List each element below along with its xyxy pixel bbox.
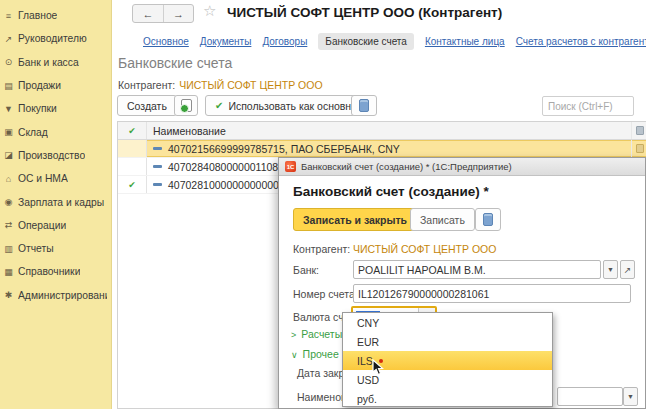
name-column-header[interactable]: Наименование <box>147 122 632 139</box>
account-number-input[interactable] <box>353 284 631 303</box>
sidebar-item-production[interactable]: ◪Производство <box>0 144 111 167</box>
sidebar-item-bank-cash[interactable]: ⊙Банк и касса <box>0 51 111 74</box>
currency-option-eur[interactable]: EUR <box>343 332 552 351</box>
account-name-dropdown-button[interactable]: ▼ <box>623 387 638 406</box>
tab-contracts[interactable]: Договоры <box>262 36 307 47</box>
dialog-more-button[interactable] <box>475 208 501 231</box>
create-button[interactable]: Создать <box>117 95 177 116</box>
currency-option-rub[interactable]: руб. <box>343 389 552 408</box>
sales-bag-icon: ▤ <box>2 81 15 91</box>
sidebar-item-salary-hr[interactable]: ◉Зарплата и кадры <box>0 190 111 213</box>
menu-icon: ≡ <box>2 11 15 21</box>
card-icon <box>359 99 369 112</box>
sidebar-item-warehouse[interactable]: ▣Склад <box>0 120 111 143</box>
sidebar-item-sales[interactable]: ▤Продажи <box>0 74 111 97</box>
account-number-label: Номер счета: <box>293 288 358 300</box>
favorite-star-icon[interactable]: ☆ <box>203 2 216 20</box>
currency-option-cny[interactable]: CNY <box>343 313 552 332</box>
contractor-link[interactable]: ЧИСТЫЙ СОФТ ЦЕНТР ООО <box>179 79 322 91</box>
account-dash-icon <box>153 147 162 150</box>
sidebar-item-administration[interactable]: ✱Администрирование <box>0 284 111 307</box>
bank-input[interactable] <box>353 260 601 279</box>
tab-main[interactable]: Основное <box>143 36 189 47</box>
main-flag-cell: ✔ <box>118 176 147 193</box>
dialog-title: Банковский счет (создание) * <box>293 184 489 199</box>
account-name-cell: 40702156699999785715, ПАО СБЕРБАНК, CNY <box>147 140 632 157</box>
card-icon <box>483 213 493 226</box>
save-button[interactable]: Записать <box>410 208 475 231</box>
main-flag-cell <box>118 158 147 175</box>
gear-icon: ✱ <box>2 290 15 300</box>
sidebar: ≡Главное ↗Руководителю ⊙Банк и касса ▤Пр… <box>0 0 112 409</box>
dialog-contractor-link[interactable]: ЧИСТЫЙ СОФТ ЦЕНТР ООО <box>353 243 496 255</box>
account-dash-icon <box>153 183 162 186</box>
person-icon: ◉ <box>2 197 15 207</box>
object-tabs: Основное Документы Договоры Банковские с… <box>143 33 642 50</box>
bank-dropdown-button[interactable]: ▼ <box>603 260 618 279</box>
use-as-main-button[interactable]: ✔ Использовать как основной <box>205 95 373 116</box>
book-icon: ▦ <box>2 267 15 277</box>
sidebar-item-directories[interactable]: ▦Справочники <box>0 260 111 283</box>
sidebar-item-operations[interactable]: ⇄Операции <box>0 214 111 237</box>
contractor-line: Контрагент:ЧИСТЫЙ СОФТ ЦЕНТР ООО <box>118 79 323 91</box>
list-title: Банковские счета <box>118 55 232 71</box>
building-icon: ⌂ <box>2 174 15 184</box>
back-button[interactable]: ← <box>133 5 163 22</box>
dialog-titlebar[interactable]: 1С Банковский счет (создание) * (1С:Пред… <box>279 158 645 176</box>
tab-settlement-accounts[interactable]: Счета расчетов с контрагентами <box>516 36 646 47</box>
sidebar-item-reports[interactable]: ▥Отчеты <box>0 237 111 260</box>
1c-app-icon: 1С <box>285 161 296 172</box>
other-group-toggle[interactable]: ∨Прочее <box>291 348 339 360</box>
copy-document-icon <box>181 99 192 112</box>
check-icon: ✔ <box>215 100 223 111</box>
coin-icon: ⊙ <box>2 57 15 67</box>
table-header-row: ✔ Наименование <box>118 122 646 140</box>
production-icon: ◪ <box>2 150 15 160</box>
bank-mini-icon <box>636 144 644 153</box>
chart-icon: ▥ <box>2 244 15 254</box>
sidebar-item-fixed-assets[interactable]: ⌂ОС и НМА <box>0 167 111 190</box>
dialog-titlebar-text: Банковский счет (создание) * (1С:Предпри… <box>301 161 512 172</box>
table-row[interactable]: 40702156699999785715, ПАО СБЕРБАНК, CNY <box>118 140 646 158</box>
mouse-cursor <box>372 359 386 376</box>
bank-mini-icon <box>636 126 644 135</box>
account-name-input[interactable] <box>557 387 623 406</box>
cart-icon: ▼ <box>2 104 15 114</box>
tab-bank-accounts[interactable]: Банковские счета <box>318 33 414 50</box>
operations-icon: ⇄ <box>2 220 15 230</box>
page-header-title: ЧИСТЫЙ СОФТ ЦЕНТР ООО (Контрагент) <box>227 5 502 20</box>
account-dash-icon <box>153 165 162 168</box>
tab-documents[interactable]: Документы <box>200 36 252 47</box>
save-and-close-button[interactable]: Записать и закрыть <box>293 208 417 231</box>
tab-contacts[interactable]: Контактные лица <box>425 36 505 47</box>
chevron-right-icon: > <box>291 330 296 340</box>
history-nav: ← → <box>132 4 194 23</box>
bank-column-header[interactable] <box>632 122 646 139</box>
bank-open-link-button[interactable]: ↗ <box>620 260 635 279</box>
search-input[interactable] <box>542 96 634 116</box>
bank-field-label: Банк: <box>293 264 319 276</box>
contractor-label: Контрагент: <box>118 79 175 91</box>
chevron-down-icon: ∨ <box>291 350 298 360</box>
forward-button[interactable]: → <box>163 5 193 22</box>
main-flag-column-header[interactable]: ✔ <box>118 122 147 139</box>
main-flag-cell <box>118 140 147 157</box>
sidebar-item-main[interactable]: ≡Главное <box>0 4 111 27</box>
boxes-icon: ▣ <box>2 127 15 137</box>
list-view-button[interactable] <box>351 95 377 116</box>
arrow-up-right-icon: ↗ <box>2 34 15 44</box>
sidebar-item-purchases[interactable]: ▼Покупки <box>0 97 111 120</box>
create-by-copy-button[interactable] <box>174 95 198 116</box>
sidebar-item-manager[interactable]: ↗Руководителю <box>0 27 111 50</box>
dialog-contractor-label: Контрагент: <box>293 243 350 255</box>
bank-cell <box>632 140 646 157</box>
